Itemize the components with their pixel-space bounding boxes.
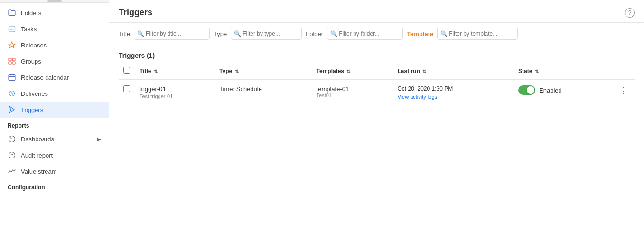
svg-rect-1 xyxy=(9,58,11,61)
title-sort-icon[interactable]: ⇅ xyxy=(154,69,158,74)
title-filter-wrap: 🔍 xyxy=(134,28,210,40)
svg-point-10 xyxy=(9,152,15,158)
templates-sort-icon[interactable]: ⇅ xyxy=(346,69,350,74)
releases-icon xyxy=(8,41,16,49)
row-templates-cell: template-01 Test01 xyxy=(312,79,393,106)
svg-rect-5 xyxy=(9,75,15,81)
sidebar-item-value-stream-label: Value stream xyxy=(21,168,57,175)
sidebar-item-releases[interactable]: Releases xyxy=(0,37,109,53)
sidebar-item-release-calendar-label: Release calendar xyxy=(21,74,69,81)
sidebar-item-audit-report-label: Audit report xyxy=(21,152,53,159)
sidebar-item-dashboards-label: Dashboards xyxy=(21,136,54,143)
sidebar-item-release-calendar[interactable]: Release calendar xyxy=(0,69,109,85)
groups-icon xyxy=(8,57,16,65)
folder-search-icon: 🔍 xyxy=(330,30,337,37)
type-search-icon: 🔍 xyxy=(234,30,241,37)
table-header-row: Title ⇅ Type ⇅ Templates ⇅ Last run ⇅ xyxy=(119,63,635,79)
title-filter-label: Title xyxy=(119,30,130,37)
config-section-label: Configuration xyxy=(0,179,109,193)
svg-rect-4 xyxy=(12,62,15,64)
row-state-cell: Enabled xyxy=(513,79,612,106)
row-last-run-cell: Oct 20, 2020 1:30 PM View activity logs xyxy=(392,79,513,106)
sidebar-item-releases-label: Releases xyxy=(21,42,47,49)
sidebar-nav: Folders Tasks Releases Groups xyxy=(0,3,109,251)
arrow-right-icon: ▶ xyxy=(97,137,101,142)
col-actions xyxy=(612,63,635,79)
type-filter-label: Type xyxy=(214,30,227,37)
template-name: template-01 xyxy=(317,85,388,93)
state-sort-icon[interactable]: ⇅ xyxy=(535,69,539,74)
svg-point-9 xyxy=(11,139,12,139)
sidebar-item-folders-label: Folders xyxy=(21,9,41,17)
svg-rect-0 xyxy=(9,26,15,32)
col-templates: Templates ⇅ xyxy=(312,63,393,79)
dashboards-icon xyxy=(8,135,16,143)
template-sub: Test01 xyxy=(317,93,388,98)
state-label: Enabled xyxy=(539,87,562,94)
title-filter-input[interactable] xyxy=(134,28,210,40)
svg-marker-7 xyxy=(9,106,14,113)
folder-filter-wrap: 🔍 xyxy=(327,28,403,40)
table-count-header: Triggers (1) xyxy=(119,45,635,63)
template-filter-input[interactable] xyxy=(437,28,518,40)
tasks-icon xyxy=(8,25,16,33)
sidebar-item-deliveries-label: Deliveries xyxy=(21,90,48,97)
row-title-cell: trigger-01 Test trigger-01 xyxy=(135,79,215,106)
sidebar-item-audit-report[interactable]: Audit report xyxy=(0,147,109,163)
template-filter-wrap: 🔍 xyxy=(437,28,518,40)
filter-bar: Title 🔍 Type 🔍 Folder 🔍 Template 🔍 xyxy=(109,23,644,45)
row-checkbox-cell xyxy=(119,79,135,106)
sidebar-item-deliveries[interactable]: Deliveries xyxy=(0,85,109,102)
main-content: Triggers ? Title 🔍 Type 🔍 Folder 🔍 Templ… xyxy=(109,0,644,251)
col-title: Title ⇅ xyxy=(135,63,215,79)
state-toggle[interactable] xyxy=(518,85,535,95)
row-checkbox[interactable] xyxy=(123,85,130,92)
deliveries-icon xyxy=(8,89,16,98)
col-last-run: Last run ⇅ xyxy=(392,63,513,79)
svg-rect-3 xyxy=(9,62,11,64)
sidebar-item-groups[interactable]: Groups xyxy=(0,53,109,69)
folder-filter-input[interactable] xyxy=(327,28,403,40)
reports-section-label: Reports xyxy=(0,118,109,131)
sidebar-item-groups-label: Groups xyxy=(21,58,41,65)
table-area: Triggers (1) Title ⇅ Type ⇅ xyxy=(109,45,644,251)
sidebar-item-tasks-label: Tasks xyxy=(21,26,37,33)
sidebar-item-triggers[interactable]: Triggers xyxy=(0,102,109,118)
triggers-icon xyxy=(8,105,16,114)
row-more-options-button[interactable]: ⋮ xyxy=(617,86,630,95)
folder-filter-label: Folder xyxy=(306,30,323,37)
sidebar-item-folders[interactable]: Folders xyxy=(0,5,109,21)
value-stream-icon xyxy=(8,167,16,176)
sidebar-item-dashboards[interactable]: Dashboards ▶ xyxy=(0,131,109,147)
view-activity-logs-link[interactable]: View activity logs xyxy=(397,94,437,100)
sidebar-item-value-stream[interactable]: Value stream xyxy=(0,163,109,179)
last-run-sort-icon[interactable]: ⇅ xyxy=(422,69,426,74)
page-title: Triggers xyxy=(119,8,152,18)
type-filter-wrap: 🔍 xyxy=(231,28,302,40)
select-all-checkbox[interactable] xyxy=(123,67,130,74)
page-header: Triggers ? xyxy=(109,0,644,23)
template-search-icon: 🔍 xyxy=(440,30,448,37)
help-icon[interactable]: ? xyxy=(625,8,635,18)
sidebar: Folders Tasks Releases Groups xyxy=(0,0,109,251)
svg-rect-2 xyxy=(12,58,15,61)
last-run-time: Oct 20, 2020 1:30 PM xyxy=(397,85,509,92)
type-sort-icon[interactable]: ⇅ xyxy=(235,69,239,74)
trigger-name: trigger-01 xyxy=(140,85,210,93)
triggers-table: Title ⇅ Type ⇅ Templates ⇅ Last run ⇅ xyxy=(119,63,635,106)
select-all-col xyxy=(119,63,135,79)
table-row: trigger-01 Test trigger-01 Time: Schedul… xyxy=(119,79,635,106)
audit-icon xyxy=(8,151,16,159)
col-state: State ⇅ xyxy=(513,63,612,79)
sidebar-item-triggers-label: Triggers xyxy=(21,106,43,113)
col-type: Type ⇅ xyxy=(215,63,311,79)
trigger-description: Test trigger-01 xyxy=(140,93,210,99)
row-action-cell: ⋮ xyxy=(612,79,635,106)
row-type-cell: Time: Schedule xyxy=(215,79,311,106)
calendar-icon xyxy=(8,73,16,82)
title-search-icon: 🔍 xyxy=(137,30,144,37)
sidebar-item-tasks[interactable]: Tasks xyxy=(0,21,109,37)
type-filter-input[interactable] xyxy=(231,28,302,40)
folders-icon xyxy=(8,9,16,17)
template-filter-label: Template xyxy=(407,30,433,37)
